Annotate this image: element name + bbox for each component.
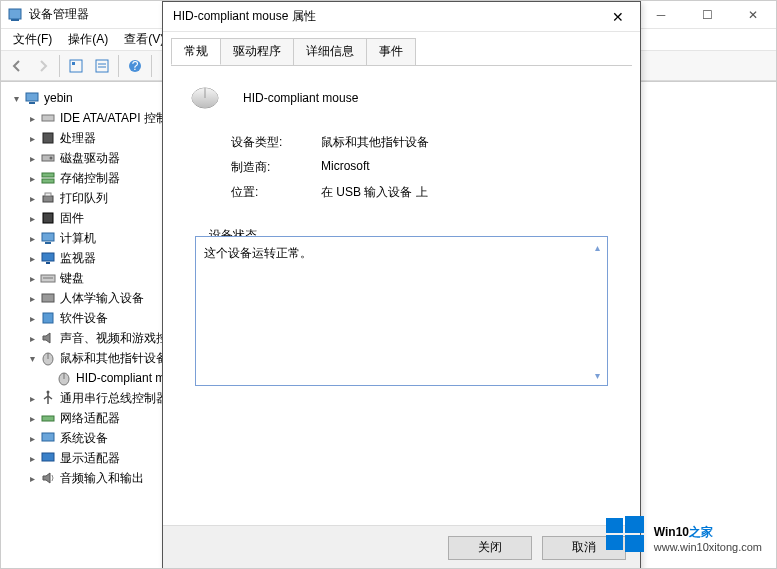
chevron-right-icon[interactable]: ▸ [25,131,39,145]
tree-node-label: 键盘 [60,270,84,287]
watermark-url: www.win10xitong.com [654,541,762,553]
status-group: 设备状态 这个设备运转正常。 ▴ ▾ [195,219,608,386]
chevron-right-icon[interactable]: ▸ [25,211,39,225]
svg-text:?: ? [132,59,139,73]
dialog-close-button[interactable]: ✕ [596,2,640,32]
chevron-down-icon[interactable]: ▾ [25,351,39,365]
chevron-right-icon[interactable]: ▸ [25,391,39,405]
chevron-right-icon[interactable]: ▸ [25,171,39,185]
svg-rect-36 [42,416,54,421]
dm-sysbuttons: ─ ☐ ✕ [638,1,776,29]
svg-rect-2 [70,60,82,72]
svg-rect-29 [42,294,54,302]
chevron-right-icon[interactable]: ▸ [25,191,39,205]
menu-action[interactable]: 操作(A) [60,29,116,50]
tree-node-label: 通用串行总线控制器 [60,390,168,407]
watermark-text: Win10之家 www.win10xitong.com [654,518,762,553]
scroll-down-icon[interactable]: ▾ [589,367,605,383]
svg-rect-25 [42,253,54,261]
software-icon [40,310,56,326]
chevron-right-icon[interactable]: ▸ [25,251,39,265]
tree-node-label: 鼠标和其他指针设备 [60,350,168,367]
svg-rect-18 [42,173,54,177]
svg-rect-19 [42,179,54,183]
win10-logo-icon [606,516,644,554]
svg-rect-0 [9,9,21,19]
chevron-right-icon[interactable]: ▸ [25,331,39,345]
svg-rect-14 [42,115,54,121]
back-button[interactable] [5,54,29,78]
scroll-up-icon[interactable]: ▴ [589,239,605,255]
svg-rect-37 [42,433,54,441]
row-location: 位置: 在 USB 输入设备 上 [231,184,618,201]
audio-icon [40,470,56,486]
chevron-right-icon[interactable]: ▸ [25,271,39,285]
tree-node-label: 存储控制器 [60,170,120,187]
close-dialog-button[interactable]: 关闭 [448,536,532,560]
general-panel: HID-compliant mouse 设备类型: 鼠标和其他指针设备 制造商:… [163,66,640,396]
tree-node-label: 人体学输入设备 [60,290,144,307]
chevron-right-icon[interactable]: ▸ [25,111,39,125]
maximize-button[interactable]: ☐ [684,1,730,29]
status-textbox[interactable]: 这个设备运转正常。 ▴ ▾ [195,236,608,386]
tree-node-label: 网络适配器 [60,410,120,427]
manufacturer-label: 制造商: [231,159,321,176]
chevron-right-icon[interactable]: ▸ [25,231,39,245]
tree-node-label: 计算机 [60,230,96,247]
tab-strip: 常规 驱动程序 详细信息 事件 [163,32,640,65]
tab-driver[interactable]: 驱动程序 [220,38,294,65]
dialog-titlebar[interactable]: HID-compliant mouse 属性 [163,2,640,32]
svg-rect-30 [43,313,53,323]
forward-button[interactable] [31,54,55,78]
tb-btn-2[interactable] [90,54,114,78]
usb-icon [40,390,56,406]
tree-node-label: 音频输入和输出 [60,470,144,487]
svg-rect-4 [96,60,108,72]
chevron-right-icon[interactable]: ▸ [25,431,39,445]
hid-icon [40,290,56,306]
device-header: HID-compliant mouse [185,84,618,112]
svg-rect-21 [45,193,51,196]
row-manufacturer: 制造商: Microsoft [231,159,618,176]
tree-node-label: 系统设备 [60,430,108,447]
row-type: 设备类型: 鼠标和其他指针设备 [231,134,618,151]
svg-rect-12 [26,93,38,101]
tab-general[interactable]: 常规 [171,38,221,65]
chevron-down-icon[interactable]: ▾ [9,91,23,105]
svg-rect-45 [625,535,644,552]
menu-file[interactable]: 文件(F) [5,29,60,50]
keyboard-icon [40,270,56,286]
dm-title: 设备管理器 [29,6,89,23]
svg-rect-3 [72,62,75,65]
chevron-right-icon[interactable]: ▸ [25,451,39,465]
svg-point-35 [47,391,50,394]
chevron-right-icon[interactable]: ▸ [25,151,39,165]
close-button[interactable]: ✕ [730,1,776,29]
manufacturer-value: Microsoft [321,159,370,176]
tab-events[interactable]: 事件 [366,38,416,65]
watermark-brand: Win10 [654,525,689,539]
chevron-right-icon[interactable]: ▸ [25,311,39,325]
status-text: 这个设备运转正常。 [204,246,312,260]
tree-node-label: 软件设备 [60,310,108,327]
minimize-button[interactable]: ─ [638,1,684,29]
type-value: 鼠标和其他指针设备 [321,134,429,151]
cpu-icon [40,130,56,146]
svg-rect-13 [29,102,35,104]
computer-icon [40,230,56,246]
tb-btn-1[interactable] [64,54,88,78]
tab-details[interactable]: 详细信息 [293,38,367,65]
status-scrollbar[interactable]: ▴ ▾ [589,239,605,383]
tb-btn-help[interactable]: ? [123,54,147,78]
ide-icon [40,110,56,126]
location-label: 位置: [231,184,321,201]
sound-icon [40,330,56,346]
chevron-right-icon[interactable]: ▸ [25,411,39,425]
chevron-right-icon[interactable]: ▸ [25,471,39,485]
printer-icon [40,190,56,206]
chevron-right-icon[interactable]: ▸ [25,291,39,305]
svg-point-17 [50,157,53,160]
location-value: 在 USB 输入设备 上 [321,184,428,201]
tree-node-label: 显示适配器 [60,450,120,467]
tree-node-label: 磁盘驱动器 [60,150,120,167]
